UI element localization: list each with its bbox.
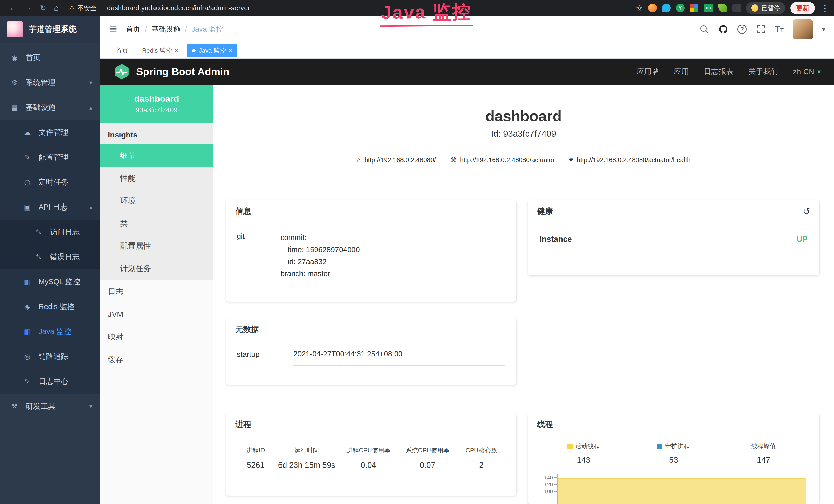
health-card: 健康 ↺ Instance UP <box>528 200 819 275</box>
database-icon: ▦ <box>23 278 32 286</box>
sidebar-item-label: 首页 <box>26 53 41 63</box>
extension-y-icon[interactable]: Y <box>676 4 684 12</box>
sidebar-menu: ◉ 首页 ⚙ 系统管理 ▾ ▤ 基础设施 ▴ ☁ 文件管理 ✎ 配置管理 <box>0 43 100 419</box>
sba-language-select[interactable]: zh-CN ▾ <box>793 68 821 76</box>
sba-app-name: dashboard <box>134 94 179 104</box>
sba-nav-wallboard[interactable]: 应用墙 <box>637 67 659 77</box>
breadcrumb-home[interactable]: 首页 <box>126 24 140 34</box>
browser-home-icon[interactable]: ⌂ <box>54 4 59 12</box>
actuator-url-label: http://192.168.0.2:48080/actuator <box>460 156 554 164</box>
not-secure-warning-icon: ⚠ <box>69 4 75 12</box>
chevron-down-icon: ▾ <box>89 79 92 86</box>
sidebar-item-mysql-monitor[interactable]: ▦ MySQL 监控 <box>0 269 100 294</box>
extension-on-badge-icon[interactable]: on <box>704 4 713 12</box>
yaxis-tick: 140 <box>539 475 557 481</box>
sidebar-item-config-management[interactable]: ✎ 配置管理 <box>0 145 100 170</box>
sba-content: dashboard Id: 93a3fc7f7409 ⌂ http://192.… <box>213 85 834 504</box>
address-bar[interactable]: ⚠ 不安全 dashboard.yudao.iocoder.cn/infra/a… <box>69 4 250 12</box>
sidebar-item-label: 日志中心 <box>39 376 68 387</box>
extension-puzzle-icon[interactable] <box>732 4 741 12</box>
fullscreen-icon[interactable] <box>756 24 766 34</box>
edit-icon: ✎ <box>23 153 32 161</box>
app-logo[interactable]: 芋道管理系统 <box>0 16 100 43</box>
sidebar-item-home[interactable]: ◉ 首页 <box>0 45 100 70</box>
log-icon: ✎ <box>34 228 43 236</box>
sba-item-logs[interactable]: 日志 <box>100 280 213 303</box>
document-icon: ▣ <box>23 203 32 211</box>
sidebar-item-api-logs[interactable]: ▣ API 日志 ▴ <box>0 194 100 220</box>
process-pid-value: 5261 <box>237 461 274 470</box>
sba-brand[interactable]: Spring Boot Admin <box>113 63 229 80</box>
sidebar-item-error-logs[interactable]: ✎ 错误日志 <box>0 245 100 269</box>
sidebar-item-access-logs[interactable]: ✎ 访问日志 <box>0 220 100 245</box>
avatar-caret-icon[interactable]: ▾ <box>822 26 825 33</box>
daemon-threads-legend-icon <box>657 444 662 449</box>
sidebar-item-infrastructure[interactable]: ▤ 基础设施 ▴ <box>0 95 100 120</box>
sidebar-item-label: 文件管理 <box>39 127 68 138</box>
forward-icon[interactable]: → <box>24 4 32 12</box>
sba-item-caches[interactable]: 缓存 <box>100 348 213 371</box>
search-icon[interactable] <box>699 24 709 34</box>
close-icon[interactable]: × <box>229 47 232 54</box>
sba-item-classes[interactable]: 类 <box>100 212 213 235</box>
extension-fox-icon[interactable] <box>648 4 657 12</box>
url-text[interactable]: dashboard.yudao.iocoder.cn/infra/admin-s… <box>107 4 250 12</box>
sidebar-item-redis-monitor[interactable]: ◈ Redis 监控 <box>0 294 100 319</box>
health-instance-label: Instance <box>540 235 572 244</box>
close-icon[interactable]: × <box>175 47 178 54</box>
active-dot-icon <box>192 49 196 52</box>
breadcrumb-current: Java 监控 <box>192 24 223 34</box>
sba-nav-applications[interactable]: 应用 <box>674 67 689 77</box>
sidebar-item-log-center[interactable]: ✎ 日志中心 <box>0 369 100 394</box>
help-icon[interactable]: ? <box>738 25 747 34</box>
info-value: commit: time: 1596289704000 id: 27aa832 … <box>281 232 505 287</box>
service-url-label: http://192.168.0.2:48080/ <box>365 156 436 164</box>
sba-item-config-props[interactable]: 配置属性 <box>100 235 213 257</box>
sba-item-mappings[interactable]: 映射 <box>100 325 213 348</box>
sba-nav-about[interactable]: 关于我们 <box>748 67 778 77</box>
font-size-small-glyph: T <box>780 27 784 33</box>
update-label: 更新 <box>796 4 809 13</box>
service-url-link[interactable]: ⌂ http://192.168.0.2:48080/ <box>350 153 442 167</box>
sidebar-item-java-monitor[interactable]: ▥ Java 监控 <box>0 319 100 344</box>
home-icon: ⌂ <box>356 156 360 164</box>
bookmark-star-icon[interactable]: ☆ <box>636 4 643 13</box>
extension-drop-icon[interactable] <box>662 4 671 12</box>
extension-leaf-icon[interactable] <box>719 4 727 12</box>
reload-icon[interactable]: ↻ <box>40 4 46 13</box>
sidebar-item-scheduled-tasks[interactable]: ◷ 定时任务 <box>0 170 100 194</box>
sba-nav-journal[interactable]: 日志报表 <box>704 67 733 77</box>
font-size-icon[interactable]: TT <box>775 24 784 35</box>
sidebar-item-file-management[interactable]: ☁ 文件管理 <box>0 120 100 145</box>
tab-redis-monitor[interactable]: Redis 监控 × <box>137 44 183 57</box>
extension-grid-icon[interactable] <box>690 4 698 12</box>
history-icon[interactable]: ↺ <box>803 206 810 216</box>
sba-item-scheduled-tasks[interactable]: 计划任务 <box>100 257 213 280</box>
yaxis-tick: 100 <box>539 488 557 495</box>
update-button[interactable]: 更新 <box>790 2 815 14</box>
sba-item-performance[interactable]: 性能 <box>100 167 213 189</box>
sidebar-item-label: Redis 监控 <box>39 302 74 312</box>
sidebar-item-label: Java 监控 <box>39 327 71 337</box>
hamburger-icon[interactable]: ☰ <box>109 24 117 35</box>
health-url-link[interactable]: ♥ http://192.168.0.2:48080/actuator/heal… <box>563 153 697 167</box>
tab-java-monitor[interactable]: Java 监控 × <box>187 44 237 57</box>
breadcrumb-infrastructure[interactable]: 基础设施 <box>152 24 180 34</box>
sba-app-header[interactable]: dashboard 93a3fc7f7409 <box>100 85 213 123</box>
sba-item-jvm[interactable]: JVM <box>100 303 213 325</box>
paused-chip[interactable]: 已暂停 <box>746 2 785 14</box>
github-icon[interactable] <box>719 24 728 34</box>
actuator-url-link[interactable]: ⚒ http://192.168.0.2:48080/actuator <box>444 153 561 167</box>
sba-item-environment[interactable]: 环境 <box>100 189 213 212</box>
sba-item-details[interactable]: 细节 <box>100 144 213 167</box>
peak-threads-label: 线程峰值 <box>751 442 776 450</box>
back-icon[interactable]: ← <box>9 4 17 12</box>
tab-home[interactable]: 首页 <box>111 44 133 57</box>
user-avatar[interactable] <box>793 19 813 39</box>
sidebar-item-label: 系统管理 <box>26 77 56 88</box>
sidebar-item-tracing[interactable]: ◎ 链路追踪 <box>0 344 100 369</box>
browser-menu-icon[interactable]: ⋮ <box>821 4 829 13</box>
sidebar-item-system[interactable]: ⚙ 系统管理 ▾ <box>0 70 100 95</box>
tab-label: 首页 <box>116 46 128 55</box>
sidebar-item-dev-tools[interactable]: ⚒ 研发工具 ▾ <box>0 394 100 419</box>
